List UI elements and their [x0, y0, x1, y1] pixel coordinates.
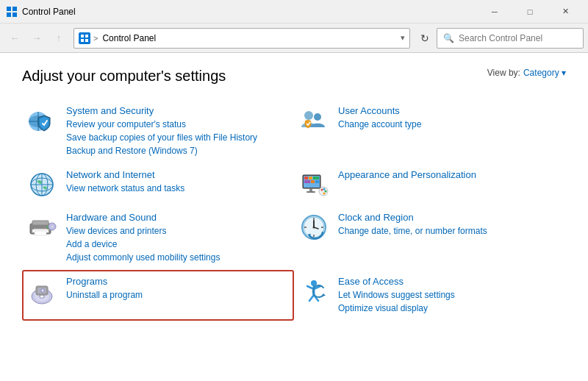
user-accounts-title[interactable]: User Accounts [338, 105, 562, 116]
svg-point-34 [323, 193, 326, 195]
svg-rect-38 [34, 229, 47, 230]
svg-rect-6 [81, 39, 84, 42]
svg-rect-23 [309, 177, 312, 179]
clock-region-link-1[interactable]: Change date, time, or number formats [338, 224, 562, 238]
programs-text: Programs Uninstall a program [66, 276, 290, 302]
ease-of-access-link-2[interactable]: Optimize visual display [338, 302, 562, 315]
svg-rect-0 [7, 7, 11, 11]
svg-point-33 [325, 190, 327, 193]
user-accounts-links: Change account type [338, 118, 562, 131]
clock-region-links: Change date, time, or number formats [338, 224, 562, 238]
back-button[interactable]: ← [4, 28, 25, 49]
svg-rect-25 [304, 180, 310, 183]
title-bar: Control Panel ─ □ ✕ [0, 0, 588, 24]
svg-rect-7 [85, 39, 88, 42]
appearance-title[interactable]: Appearance and Personalization [338, 169, 562, 180]
items-grid: System and Security Review your computer… [22, 99, 566, 321]
svg-marker-68 [321, 293, 326, 296]
nav-bar: ← → ↑ > Control Panel ▾ ↻ 🔍 [0, 24, 588, 53]
svg-rect-26 [311, 180, 315, 183]
ease-of-access-links: Let Windows suggest settings Optimize vi… [338, 288, 562, 315]
system-security-title[interactable]: System and Security [66, 105, 290, 116]
view-by-value[interactable]: Category ▾ [523, 68, 566, 78]
svg-rect-29 [306, 191, 315, 193]
view-by-control: View by: Category ▾ [487, 68, 566, 78]
page-title: Adjust your computer's settings [22, 68, 226, 85]
network-internet-item[interactable]: Network and Internet View network status… [22, 163, 294, 206]
svg-point-32 [323, 188, 326, 190]
breadcrumb-arrow: > [93, 34, 98, 43]
hardware-sound-item[interactable]: Hardware and Sound View devices and prin… [22, 206, 294, 270]
svg-rect-5 [85, 35, 88, 38]
svg-point-56 [40, 296, 43, 298]
hardware-sound-link-3[interactable]: Adjust commonly used mobility settings [66, 251, 290, 264]
network-internet-link-1[interactable]: View network status and tasks [66, 182, 290, 195]
search-input[interactable] [459, 33, 577, 43]
clock-region-title[interactable]: Clock and Region [338, 212, 562, 223]
programs-title[interactable]: Programs [66, 276, 290, 287]
svg-rect-22 [304, 177, 308, 179]
ease-of-access-title[interactable]: Ease of Access [338, 276, 562, 287]
clock-region-text: Clock and Region Change date, time, or n… [338, 212, 562, 238]
appearance-icon [298, 169, 329, 200]
up-button[interactable]: ↑ [49, 28, 69, 49]
address-dropdown-arrow[interactable]: ▾ [401, 33, 405, 43]
svg-rect-39 [35, 231, 46, 235]
system-security-links: Review your computer's status Save backu… [66, 118, 290, 157]
maximize-button[interactable]: □ [513, 0, 547, 24]
system-security-text: System and Security Review your computer… [66, 105, 290, 157]
clock-icon [298, 212, 329, 243]
user-accounts-link-1[interactable]: Change account type [338, 118, 562, 131]
ease-of-access-text: Ease of Access Let Windows suggest setti… [338, 276, 562, 315]
programs-item[interactable]: Programs Uninstall a program [22, 270, 294, 321]
system-security-link-1[interactable]: Review your computer's status [66, 118, 290, 131]
content-area: Adjust your computer's settings View by:… [0, 53, 588, 381]
hardware-sound-title[interactable]: Hardware and Sound [66, 212, 290, 223]
hardware-sound-link-1[interactable]: View devices and printers [66, 224, 290, 238]
network-internet-links: View network status and tasks [66, 182, 290, 195]
network-internet-title[interactable]: Network and Internet [66, 169, 290, 180]
content-header: Adjust your computer's settings View by:… [22, 68, 566, 85]
svg-point-42 [51, 226, 54, 228]
minimize-button[interactable]: ─ [478, 0, 512, 24]
ease-of-access-link-1[interactable]: Let Windows suggest settings [338, 288, 562, 302]
user-accounts-icon [298, 105, 329, 136]
clock-region-item[interactable]: Clock and Region Change date, time, or n… [294, 206, 566, 270]
svg-rect-24 [313, 177, 319, 179]
svg-point-12 [304, 111, 313, 120]
forward-button[interactable]: → [26, 28, 47, 49]
svg-point-13 [314, 113, 321, 121]
network-internet-text: Network and Internet View network status… [66, 169, 290, 195]
svg-rect-2 [7, 13, 11, 17]
appearance-item[interactable]: Appearance and Personalization [294, 163, 566, 206]
system-security-link-3[interactable]: Backup and Restore (Windows 7) [66, 144, 290, 157]
svg-rect-3 [12, 13, 17, 17]
window-controls: ─ □ ✕ [478, 0, 582, 24]
appearance-text: Appearance and Personalization [338, 169, 562, 182]
address-bar[interactable]: > Control Panel ▾ [74, 28, 410, 49]
svg-rect-4 [81, 35, 84, 38]
refresh-button[interactable]: ↻ [415, 28, 435, 49]
close-button[interactable]: ✕ [548, 0, 582, 24]
network-icon [26, 169, 57, 200]
svg-point-31 [321, 189, 323, 191]
svg-line-66 [309, 295, 314, 301]
ease-of-access-item[interactable]: Ease of Access Let Windows suggest setti… [294, 270, 566, 321]
system-security-link-2[interactable]: Save backup copies of your files with Fi… [66, 131, 290, 144]
svg-rect-27 [315, 180, 319, 183]
system-security-item[interactable]: System and Security Review your computer… [22, 99, 294, 163]
address-text: Control Panel [102, 33, 398, 43]
ease-of-access-icon [298, 276, 329, 307]
user-accounts-text: User Accounts Change account type [338, 105, 562, 131]
svg-rect-28 [309, 188, 312, 191]
hardware-sound-link-2[interactable]: Add a device [66, 238, 290, 251]
programs-link-1[interactable]: Uninstall a program [66, 288, 290, 302]
programs-links: Uninstall a program [66, 288, 290, 302]
svg-point-51 [313, 227, 315, 229]
view-by-label: View by: [487, 68, 520, 78]
user-accounts-item[interactable]: User Accounts Change account type [294, 99, 566, 163]
search-box[interactable]: 🔍 [437, 28, 584, 49]
window-icon [6, 6, 18, 18]
hardware-icon [26, 212, 57, 243]
search-icon: 🔍 [443, 33, 454, 43]
